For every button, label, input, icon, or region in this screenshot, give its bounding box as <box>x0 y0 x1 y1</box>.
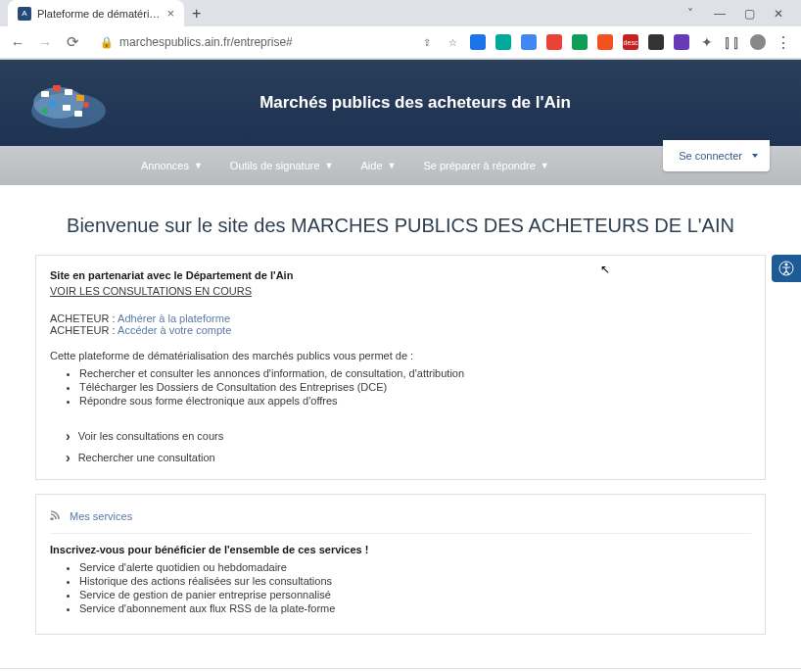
browser-chrome: A Plateforme de dématérialisation × + ˅ … <box>0 0 801 60</box>
main-content: Bienvenue sur le site des MARCHES PUBLIC… <box>0 185 801 668</box>
svg-point-12 <box>785 264 788 266</box>
buyer-label: ACHETEUR : <box>50 324 118 336</box>
chevron-down-icon: ▼ <box>388 161 397 170</box>
reload-button[interactable]: ⟳ <box>65 33 80 51</box>
new-tab-button[interactable]: + <box>192 5 201 23</box>
login-button[interactable]: Se connecter <box>663 140 770 171</box>
nav-outils[interactable]: Outils de signature▼ <box>216 160 348 171</box>
window-controls: ˅ — ▢ ✕ <box>676 3 793 24</box>
lock-icon: 🔒 <box>100 36 114 49</box>
extension-icons: ⇪ ☆ desc ✦ ⫿⫿ ⋮ <box>419 34 791 50</box>
nav-preparer[interactable]: Se préparer à répondre▼ <box>409 160 562 171</box>
nav-aide[interactable]: Aide▼ <box>348 160 410 171</box>
url-text: marchespublics.ain.fr/entreprise# <box>119 35 400 49</box>
extension-6-icon[interactable] <box>597 34 613 50</box>
extensions-icon[interactable]: ✦ <box>699 34 715 50</box>
buyer-join-link[interactable]: Adhérer à la plateforme <box>118 312 230 324</box>
list-item: Répondre sous forme électronique aux app… <box>79 395 751 407</box>
rss-icon <box>50 508 62 523</box>
footer: Mentions légales Conditions d'utilisatio… <box>0 668 801 672</box>
nav-annonces[interactable]: Annonces▼ <box>127 160 216 171</box>
svg-rect-5 <box>76 95 84 101</box>
back-button[interactable]: ← <box>10 34 25 51</box>
svg-point-8 <box>83 102 89 108</box>
svg-point-9 <box>42 108 48 114</box>
address-bar: ← → ⟳ 🔒 marchespublics.ain.fr/entreprise… <box>0 26 801 59</box>
buyer-access-link[interactable]: Accéder à votre compte <box>118 324 231 336</box>
chevron-down-icon: ▼ <box>325 161 334 170</box>
svg-rect-7 <box>63 105 71 111</box>
feature-list: Rechercher et consulter les annonces d'i… <box>79 367 751 407</box>
nav-label: Aide <box>361 160 383 171</box>
panel-title: Mes services <box>70 510 132 522</box>
list-item: Service de gestion de panier entreprise … <box>79 589 751 600</box>
list-item: Historique des actions réalisées sur les… <box>79 575 751 587</box>
nav-label: Outils de signature <box>230 160 320 171</box>
site-logo <box>29 75 108 130</box>
minimize-icon[interactable]: — <box>713 7 727 21</box>
site-title: Marchés publics des acheteurs de l'Ain <box>137 93 772 113</box>
welcome-panel: Site en partenariat avec le Département … <box>35 255 766 480</box>
forward-button: → <box>37 34 53 51</box>
site-header: Marchés publics des acheteurs de l'Ain <box>0 60 801 146</box>
extension-1-icon[interactable] <box>470 34 486 50</box>
partner-text: Site en partenariat avec le Département … <box>50 269 751 281</box>
extension-4-icon[interactable] <box>546 34 562 50</box>
services-panel: Mes services Inscrivez-vous pour bénéfic… <box>35 494 766 635</box>
svg-rect-4 <box>65 89 72 95</box>
url-input[interactable]: 🔒 marchespublics.ain.fr/entreprise# <box>92 32 407 52</box>
list-item: Service d'abonnement aux flux RSS de la … <box>79 602 751 614</box>
svg-rect-3 <box>53 85 61 91</box>
extension-2-icon[interactable] <box>495 34 511 50</box>
nav-label: Annonces <box>141 160 189 171</box>
list-item: Télécharger les Dossiers de Consultation… <box>79 381 751 393</box>
profile-avatar-icon[interactable] <box>750 34 766 50</box>
consultations-link[interactable]: VOIR LES CONSULTATIONS EN COURS <box>50 285 252 297</box>
bookmark-icon[interactable]: ☆ <box>445 34 460 50</box>
buyer-label: ACHETEUR : <box>50 312 118 324</box>
extension-8-icon[interactable] <box>648 34 664 50</box>
search-consultation-link[interactable]: Rechercher une consultation <box>50 450 751 465</box>
nav-label: Se préparer à répondre <box>423 160 535 171</box>
page-title: Bienvenue sur le site des MARCHES PUBLIC… <box>35 215 766 237</box>
share-icon[interactable]: ⇪ <box>419 34 435 50</box>
extension-3-icon[interactable] <box>521 34 537 50</box>
close-window-icon[interactable]: ✕ <box>772 7 785 21</box>
tab-title: Plateforme de dématérialisation <box>37 8 161 20</box>
link-text: Rechercher une consultation <box>78 452 215 463</box>
chevron-down-icon: ▼ <box>541 161 549 170</box>
kebab-menu-icon[interactable]: ⋮ <box>776 34 791 50</box>
extension-5-icon[interactable] <box>572 34 588 50</box>
maximize-icon[interactable]: ▢ <box>742 7 756 21</box>
intro-text: Cette plateforme de dématérialisation de… <box>50 350 751 361</box>
caret-down-icon[interactable]: ˅ <box>683 7 697 21</box>
svg-rect-6 <box>49 101 57 107</box>
close-icon[interactable]: × <box>166 6 174 21</box>
list-item: Rechercher et consulter les annonces d'i… <box>79 367 751 379</box>
list-item: Service d'alerte quotidien ou hebdomadai… <box>79 561 751 573</box>
browser-tab[interactable]: A Plateforme de dématérialisation × <box>8 0 184 26</box>
favicon-icon: A <box>18 7 31 21</box>
services-list: Service d'alerte quotidien ou hebdomadai… <box>79 561 751 614</box>
accessibility-badge[interactable] <box>772 255 801 282</box>
svg-rect-10 <box>74 111 82 117</box>
link-text: Voir les consultations en cours <box>78 430 224 442</box>
view-consultations-link[interactable]: Voir les consultations en cours <box>50 428 751 444</box>
svg-rect-2 <box>41 91 49 97</box>
signup-text: Inscrivez-vous pour bénéficier de l'ense… <box>50 544 751 555</box>
extension-7-icon[interactable]: desc <box>623 34 638 50</box>
extension-9-icon[interactable] <box>674 34 689 50</box>
nav-bar: Annonces▼ Outils de signature▼ Aide▼ Se … <box>0 146 801 185</box>
chevron-down-icon: ▼ <box>194 161 203 170</box>
reading-list-icon[interactable]: ⫿⫿ <box>725 34 740 50</box>
tab-bar: A Plateforme de dématérialisation × + ˅ … <box>0 0 801 26</box>
panel-header: Mes services <box>50 508 751 534</box>
